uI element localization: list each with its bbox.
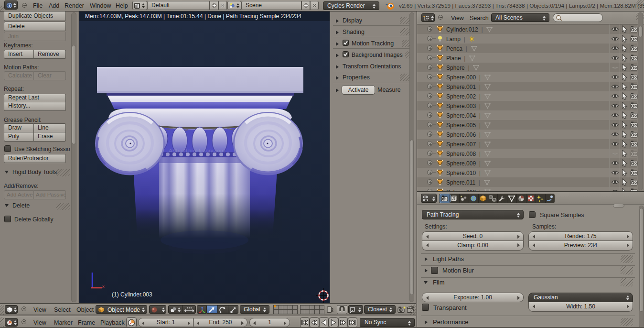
svg-text:AStrollThruHistory.com: AStrollThruHistory.com xyxy=(169,148,225,153)
svg-text:x: x xyxy=(102,284,105,289)
